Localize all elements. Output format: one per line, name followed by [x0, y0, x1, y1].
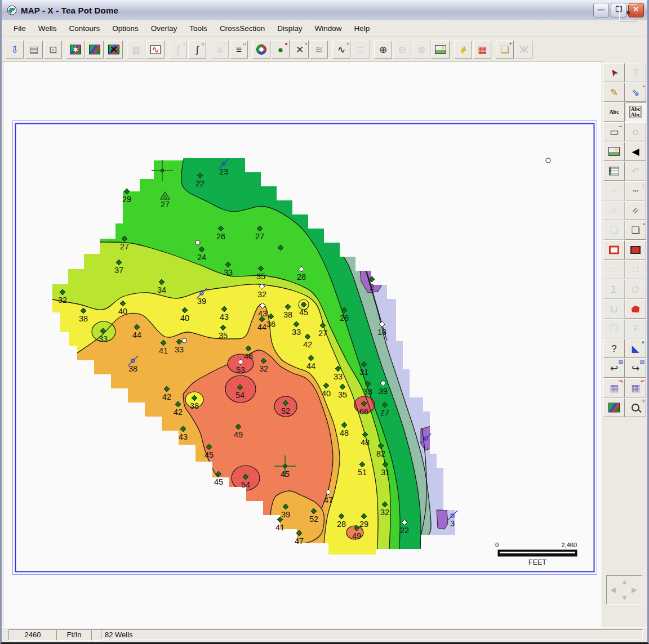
well-list-button[interactable]: ≡○: [230, 41, 248, 59]
draw-pencil-tool[interactable]: ✎: [603, 83, 625, 102]
import-file-tool[interactable]: ↩▤: [603, 359, 625, 378]
menu-wells[interactable]: Wells: [32, 22, 63, 35]
tools-disabled-button[interactable]: Ж: [515, 41, 533, 59]
segments-edit-tool[interactable]: =: [625, 201, 646, 220]
map-canvas[interactable]: [4, 62, 602, 629]
map-view-tool[interactable]: [603, 398, 625, 417]
zoom-out-button[interactable]: ⊖: [393, 41, 411, 59]
polyline-button[interactable]: ∿•: [332, 41, 350, 59]
delete-map-button[interactable]: ✕: [105, 41, 123, 59]
print-preview-button[interactable]: ⊡: [44, 41, 62, 59]
null-tool[interactable]: ∅: [625, 280, 646, 299]
export-file-tool[interactable]: ↪▤: [625, 359, 646, 378]
clipboard-tool[interactable]: ❐: [603, 319, 625, 338]
align-grid-tool[interactable]: ∷: [625, 260, 646, 279]
dimension-tool[interactable]: ▭↔: [603, 122, 625, 141]
well-list-disabled-button[interactable]: ≡○: [211, 41, 229, 59]
grid-import-tool[interactable]: ▦↷: [603, 378, 625, 397]
image-tool[interactable]: [603, 142, 625, 161]
status-well-count: 82 Wells: [101, 629, 643, 639]
title-bar[interactable]: MAP - X - Tea Pot Dome — ❐ ✕: [2, 0, 647, 21]
undo-tool[interactable]: ↶: [625, 162, 646, 181]
select-tool[interactable]: ➤: [603, 63, 625, 82]
menu-display[interactable]: Display: [271, 22, 308, 35]
app-icon: [6, 5, 17, 16]
status-scale: 2460: [8, 629, 57, 641]
pan-control[interactable]: ▲ ▼ ◀ ▶: [606, 575, 642, 605]
shapes-tool[interactable]: ◣●: [625, 339, 646, 358]
help-tool[interactable]: ?: [603, 339, 625, 358]
menu-window[interactable]: Window: [308, 22, 348, 35]
delete-object-tool[interactable]: ⊔−: [603, 299, 625, 319]
well-sketch-disabled-button[interactable]: ∫○: [169, 41, 187, 59]
rect-outline-tool[interactable]: [603, 240, 625, 260]
status-bar: 2460 Ft/In 82 Wells: [2, 627, 647, 642]
well-log-map-button[interactable]: ∿: [146, 41, 165, 59]
pan-right-button[interactable]: ▶: [632, 586, 637, 593]
copy-object-tool[interactable]: ❏: [603, 221, 625, 240]
text-box-tool[interactable]: AbcAbc: [625, 102, 646, 122]
pan-left-button[interactable]: ◀: [610, 586, 616, 593]
rect-filled-tool[interactable]: [625, 240, 646, 260]
hatch-map-button[interactable]: ≋: [310, 41, 328, 59]
tool-sidebar: ➤ʔ✎⇘▪AbcAbcAbc▭↔◌◀↶┄┄↓==❏❏▪∷∷Σ∅⊔−❐Ŧ?◣●↩▤…: [602, 62, 647, 629]
bubble-map-button[interactable]: ●●: [272, 41, 290, 59]
window-title: MAP - X - Tea Pot Dome: [21, 6, 118, 15]
zoom-reset-button[interactable]: ⊗: [412, 41, 430, 59]
pan-up-button[interactable]: ▲: [621, 578, 628, 585]
ellipse-tool[interactable]: ◌: [625, 122, 646, 141]
stamp-tool[interactable]: Ŧ: [625, 319, 646, 338]
paste-object-tool[interactable]: ❏▪: [625, 221, 646, 240]
app-window: MAP - X - Tea Pot Dome — ❐ ✕ File Wells …: [0, 0, 649, 644]
status-spacer: [91, 629, 101, 641]
toolbar-overflow-button[interactable]: »: [619, 5, 637, 21]
well-sketch-button[interactable]: ∫○: [188, 41, 206, 59]
menu-file[interactable]: File: [7, 22, 32, 35]
align-tool[interactable]: ∷: [603, 260, 625, 279]
select-rect-button[interactable]: □: [352, 41, 370, 59]
menu-crosssection[interactable]: CrossSection: [214, 22, 271, 35]
layers-button[interactable]: ❏+: [496, 41, 514, 59]
print-button[interactable]: ▤: [25, 41, 43, 59]
minimize-button[interactable]: —: [593, 3, 609, 17]
menu-options[interactable]: Options: [106, 22, 145, 35]
toolbar: ⇩▤⊡✶✕▥∿∫○∫○≡○≡○●●✕•≋∿•□⊕⊖⊗▰▦❏+Ж: [2, 37, 603, 62]
segments-tool[interactable]: =: [603, 201, 625, 220]
pie-map-button[interactable]: [252, 41, 270, 59]
cross-section-button[interactable]: ✕•: [291, 41, 309, 59]
menu-bar: File Wells Contours Options Overlay Tool…: [2, 20, 647, 37]
menu-tools[interactable]: Tools: [183, 22, 214, 35]
new-map-button[interactable]: ✶: [66, 41, 85, 59]
legend-tool[interactable]: [603, 162, 625, 181]
view-image-button[interactable]: [432, 41, 450, 59]
ruler-button[interactable]: ▰: [454, 41, 472, 59]
info-tool[interactable]: ʔ: [625, 63, 646, 82]
grid-button[interactable]: ▦: [473, 41, 491, 59]
dots-insert-tool[interactable]: ┄↓: [625, 181, 646, 200]
dots-tool[interactable]: ┄: [603, 181, 625, 200]
menu-contours[interactable]: Contours: [63, 22, 106, 35]
pan-down-button[interactable]: ▼: [621, 594, 628, 601]
import-file-button[interactable]: ⇩: [6, 41, 24, 59]
zoom-in-button[interactable]: ⊕: [374, 41, 392, 59]
status-units: Ft/In: [56, 629, 92, 641]
menu-overlay[interactable]: Overlay: [145, 22, 184, 35]
polygon-fill-tool[interactable]: [625, 299, 646, 319]
text-tool[interactable]: Abc: [603, 102, 625, 122]
zoom-query-tool[interactable]: ?: [625, 398, 646, 417]
sum-tool[interactable]: Σ: [603, 280, 625, 299]
contour-map-button[interactable]: [86, 41, 104, 59]
arrow-tool[interactable]: ◀: [625, 142, 646, 161]
grid-export-tool[interactable]: ▦↶: [625, 378, 646, 397]
well-report-button[interactable]: ▥: [127, 41, 145, 59]
menu-help[interactable]: Help: [348, 22, 376, 35]
move-copy-tool[interactable]: ⇘▪: [625, 83, 646, 102]
